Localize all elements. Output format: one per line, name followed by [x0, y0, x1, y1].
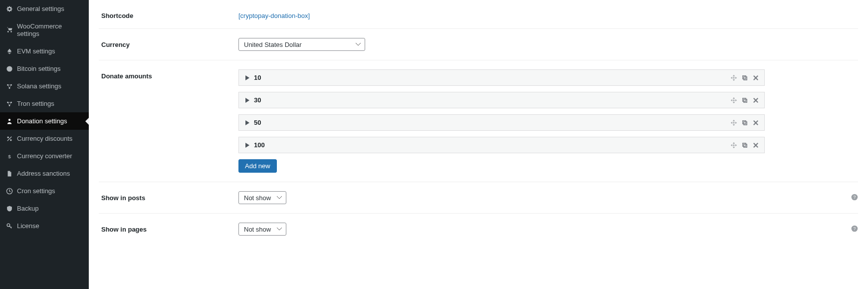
sidebar-item-label: Solana settings	[17, 82, 61, 90]
copy-icon[interactable]	[741, 97, 748, 104]
sidebar-item-tron[interactable]: Tron settings	[0, 95, 89, 112]
svg-rect-16	[744, 99, 747, 102]
svg-point-7	[8, 119, 10, 121]
svg-text:?: ?	[854, 194, 856, 199]
clock-icon	[6, 188, 13, 195]
sidebar-item-converter[interactable]: $ Currency converter	[0, 147, 89, 165]
move-icon[interactable]	[730, 97, 737, 104]
svg-text:$: $	[8, 153, 11, 159]
close-icon[interactable]	[752, 119, 759, 126]
sidebar-item-label: Backup	[17, 205, 38, 212]
svg-text:?: ?	[854, 226, 856, 231]
chevron-right-icon[interactable]	[244, 97, 251, 104]
svg-rect-18	[744, 121, 747, 124]
amount-row[interactable]: 100	[238, 137, 765, 153]
show-in-pages-row: Show in pages Not show ?	[99, 214, 858, 245]
shortcode-value: [cryptopay-donation-box]	[238, 9, 858, 19]
amount-value: 30	[254, 96, 261, 104]
sidebar-item-license[interactable]: License	[0, 217, 89, 235]
svg-point-9	[10, 139, 12, 141]
amount-value: 100	[254, 141, 265, 149]
sidebar-item-solana[interactable]: Solana settings	[0, 77, 89, 95]
show-in-pages-select[interactable]: Not show	[238, 223, 286, 236]
donation-icon	[6, 118, 13, 125]
cart-icon	[6, 26, 13, 33]
percent-icon	[6, 135, 13, 142]
network-icon	[6, 100, 13, 107]
show-in-posts-row: Show in posts Not show ?	[99, 182, 858, 214]
amount-list: 10 30	[238, 69, 765, 153]
chevron-right-icon[interactable]	[244, 74, 251, 81]
sidebar-item-discounts[interactable]: Currency discounts	[0, 130, 89, 147]
sidebar-item-label: EVM settings	[17, 47, 55, 55]
shortcode-label: Shortcode	[99, 9, 238, 19]
show-in-posts-label: Show in posts	[99, 191, 238, 204]
sidebar-item-backup[interactable]: Backup	[0, 200, 89, 217]
currency-label: Currency	[99, 38, 238, 51]
amount-row[interactable]: 30	[238, 92, 765, 108]
move-icon[interactable]	[730, 119, 737, 126]
sidebar-item-woocommerce[interactable]: WooCommerce settings	[0, 17, 89, 42]
show-in-posts-select[interactable]: Not show	[238, 191, 286, 204]
chevron-right-icon[interactable]	[244, 119, 251, 126]
show-in-pages-label: Show in pages	[99, 223, 238, 236]
shortcode-row: Shortcode [cryptopay-donation-box]	[99, 0, 858, 29]
amount-row[interactable]: 10	[238, 69, 765, 86]
svg-point-8	[7, 136, 9, 138]
shield-icon	[6, 205, 13, 212]
sidebar-item-sanctions[interactable]: Address sanctions	[0, 165, 89, 182]
svg-rect-19	[743, 143, 746, 146]
chevron-right-icon[interactable]	[244, 142, 251, 149]
move-icon[interactable]	[730, 74, 737, 81]
key-icon	[6, 223, 13, 230]
svg-rect-17	[743, 120, 746, 123]
donate-amounts-label: Donate amounts	[99, 69, 238, 173]
gear-icon	[6, 5, 13, 12]
network-icon	[6, 83, 13, 90]
close-icon[interactable]	[752, 74, 759, 81]
sidebar-item-general[interactable]: General settings	[0, 0, 89, 17]
add-new-button[interactable]: Add new	[238, 159, 277, 173]
sidebar-item-label: Address sanctions	[17, 170, 70, 177]
sidebar-item-label: Tron settings	[17, 100, 54, 107]
eth-icon	[6, 48, 13, 55]
svg-rect-15	[743, 98, 746, 101]
amount-value: 10	[254, 74, 261, 81]
svg-rect-14	[744, 76, 747, 79]
dollar-icon: $	[6, 153, 13, 160]
currency-row: Currency United States Dollar	[99, 29, 858, 60]
svg-rect-20	[744, 144, 747, 147]
sidebar-item-evm[interactable]: EVM settings	[0, 42, 89, 60]
svg-rect-13	[743, 75, 746, 78]
help-icon[interactable]: ?	[851, 225, 858, 232]
sidebar-item-bitcoin[interactable]: Bitcoin settings	[0, 60, 89, 77]
sidebar-item-label: Donation settings	[17, 117, 67, 125]
sidebar-item-donation[interactable]: Donation settings	[0, 112, 89, 130]
sidebar-item-label: Currency converter	[17, 152, 72, 160]
help-icon[interactable]: ?	[851, 194, 858, 201]
close-icon[interactable]	[752, 142, 759, 149]
close-icon[interactable]	[752, 97, 759, 104]
sidebar-item-label: Cron settings	[17, 187, 55, 195]
svg-point-12	[7, 224, 10, 227]
main-content: Shortcode [cryptopay-donation-box] Curre…	[89, 0, 868, 289]
svg-point-0	[6, 66, 12, 71]
sidebar-item-label: General settings	[17, 5, 64, 12]
sidebar-item-label: WooCommerce settings	[17, 22, 83, 37]
bitcoin-icon	[6, 65, 13, 72]
settings-sidebar: General settings WooCommerce settings EV…	[0, 0, 89, 289]
amount-row[interactable]: 50	[238, 114, 765, 131]
copy-icon[interactable]	[741, 74, 748, 81]
sidebar-item-cron[interactable]: Cron settings	[0, 182, 89, 200]
currency-select[interactable]: United States Dollar	[238, 38, 365, 51]
copy-icon[interactable]	[741, 119, 748, 126]
sidebar-item-label: License	[17, 222, 39, 230]
copy-icon[interactable]	[741, 142, 748, 149]
sidebar-item-label: Currency discounts	[17, 135, 72, 142]
sidebar-item-label: Bitcoin settings	[17, 65, 60, 72]
file-icon	[6, 170, 13, 177]
amount-value: 50	[254, 119, 261, 126]
move-icon[interactable]	[730, 142, 737, 149]
donate-amounts-row: Donate amounts 10 30	[99, 60, 858, 182]
